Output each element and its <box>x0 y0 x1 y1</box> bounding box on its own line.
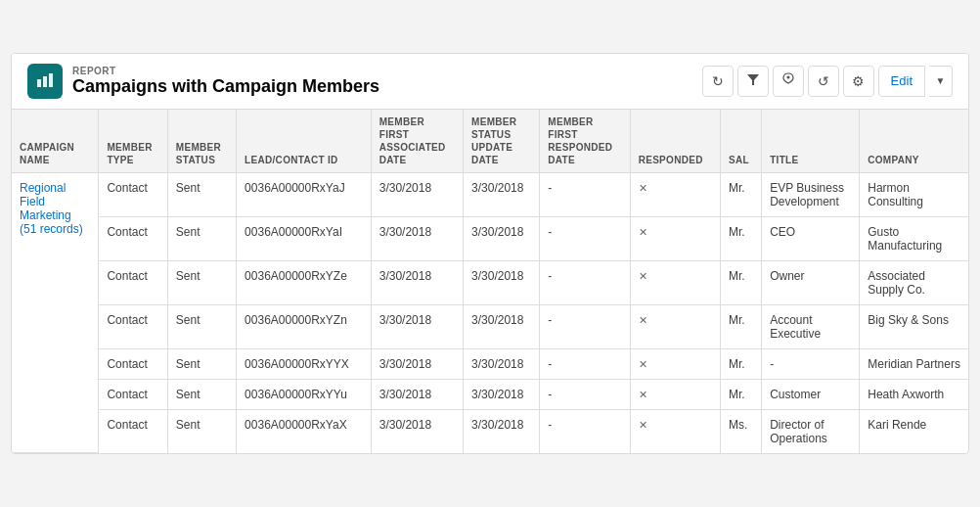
svg-point-4 <box>786 76 789 79</box>
member-status-cell: Sent <box>167 348 236 379</box>
sal-cell: Mr. <box>721 216 762 260</box>
x-icon: ✕ <box>639 270 647 282</box>
member-status-cell: Sent <box>167 172 236 216</box>
lead-contact-cell: 0036A00000RxYYu <box>237 379 372 409</box>
x-icon: ✕ <box>639 314 647 326</box>
company-cell: Harmon Consulting <box>860 172 968 216</box>
col-header-title: TITLE <box>762 110 860 173</box>
responded-cell: ✕ <box>630 216 720 260</box>
member-type-cell: Contact <box>99 348 167 379</box>
col-header-member-status: MEMBER STATUS <box>167 110 236 173</box>
first-resp-cell: - <box>540 172 630 216</box>
responded-cell: ✕ <box>630 172 720 216</box>
first-assoc-cell: 3/30/2018 <box>371 379 463 409</box>
first-resp-cell: - <box>540 260 630 304</box>
edit-caret-button[interactable]: ▼ <box>929 66 953 97</box>
table-row: Regional Field Marketing (51 records)Con… <box>12 172 968 216</box>
svg-marker-3 <box>747 74 759 85</box>
title-cell: CEO <box>762 216 860 260</box>
company-cell: Heath Axworth <box>860 379 968 409</box>
member-type-cell: Contact <box>99 379 167 409</box>
app-icon <box>27 64 63 99</box>
sal-cell: Mr. <box>721 172 762 216</box>
x-icon: ✕ <box>639 389 647 400</box>
lead-contact-cell: 0036A00000RxYYX <box>237 348 372 379</box>
x-icon: ✕ <box>639 419 647 431</box>
company-cell: Kari Rende <box>860 409 968 453</box>
col-header-responded: RESPONDED <box>630 110 720 173</box>
responded-cell: ✕ <box>630 260 720 304</box>
responded-cell: ✕ <box>630 348 720 379</box>
x-icon: ✕ <box>639 182 647 194</box>
title-cell: - <box>762 348 860 379</box>
first-assoc-cell: 3/30/2018 <box>371 260 463 304</box>
first-assoc-cell: 3/30/2018 <box>371 409 463 453</box>
first-resp-cell: - <box>540 348 630 379</box>
reload-button[interactable]: ↺ <box>808 66 839 97</box>
lead-contact-cell: 0036A00000RxYZn <box>237 304 372 348</box>
refresh-icon: ↻ <box>712 73 724 89</box>
status-update-cell: 3/30/2018 <box>464 172 540 216</box>
member-status-cell: Sent <box>167 409 236 453</box>
x-icon: ✕ <box>639 226 647 238</box>
sal-cell: Mr. <box>721 379 762 409</box>
sal-cell: Mr. <box>721 260 762 304</box>
first-resp-cell: - <box>540 304 630 348</box>
member-type-cell: Contact <box>99 304 167 348</box>
title-cell: Owner <box>762 260 860 304</box>
company-cell: Big Sky & Sons <box>860 304 968 348</box>
col-header-lead-contact: LEAD/CONTACT ID <box>237 110 372 173</box>
settings-icon: ⚙ <box>852 73 865 89</box>
first-assoc-cell: 3/30/2018 <box>371 216 463 260</box>
sal-cell: Mr. <box>721 348 762 379</box>
title-cell: EVP Business Development <box>762 172 860 216</box>
title-cell: Account Executive <box>762 304 860 348</box>
lead-contact-cell: 0036A00000RxYaX <box>237 409 372 453</box>
filter-button[interactable] <box>737 66 769 97</box>
table-row: ContactSent0036A00000RxYaI3/30/20183/30/… <box>12 216 968 260</box>
first-resp-cell: - <box>540 409 630 453</box>
col-header-member-type: MEMBER TYPE <box>99 110 167 173</box>
member-type-cell: Contact <box>99 409 167 453</box>
col-header-status-update: MEMBER STATUS UPDATE DATE <box>464 110 540 173</box>
company-cell: Meridian Partners <box>860 348 968 379</box>
member-type-cell: Contact <box>99 216 167 260</box>
member-status-cell: Sent <box>167 216 236 260</box>
settings-button[interactable]: ⚙ <box>843 66 874 97</box>
reload-icon: ↺ <box>818 73 829 89</box>
col-header-campaign: CAMPAIGN NAME <box>12 110 99 173</box>
first-resp-cell: - <box>540 216 630 260</box>
company-cell: Associated Supply Co. <box>860 260 968 304</box>
status-update-cell: 3/30/2018 <box>464 348 540 379</box>
table-row: ContactSent0036A00000RxYZe3/30/20183/30/… <box>12 260 968 304</box>
header-left: REPORT Campaigns with Campaign Members <box>27 64 379 99</box>
refresh-button[interactable]: ↻ <box>702 66 734 97</box>
share-icon <box>781 72 795 89</box>
first-assoc-cell: 3/30/2018 <box>371 172 463 216</box>
svg-rect-0 <box>37 79 41 87</box>
report-label: REPORT <box>72 66 379 76</box>
svg-rect-1 <box>43 76 47 87</box>
responded-cell: ✕ <box>630 379 720 409</box>
edit-button[interactable]: Edit <box>878 66 925 97</box>
main-container: REPORT Campaigns with Campaign Members ↻… <box>11 53 969 455</box>
table-row: ContactSent0036A00000RxYYX3/30/20183/30/… <box>12 348 968 379</box>
sal-cell: Ms. <box>721 409 762 453</box>
svg-rect-2 <box>49 73 53 87</box>
share-button[interactable] <box>773 66 804 97</box>
col-header-first-resp: MEMBER FIRST RESPONDED DATE <box>540 110 630 173</box>
sal-cell: Mr. <box>721 304 762 348</box>
title-cell: Director of Operations <box>762 409 860 453</box>
company-cell: Gusto Manufacturing <box>860 216 968 260</box>
header-toolbar: ↻ ↺ ⚙ Edit ▼ <box>702 66 953 97</box>
report-header: REPORT Campaigns with Campaign Members ↻… <box>12 54 968 110</box>
x-icon: ✕ <box>639 358 647 370</box>
member-status-cell: Sent <box>167 260 236 304</box>
header-title-block: REPORT Campaigns with Campaign Members <box>72 66 379 97</box>
first-assoc-cell: 3/30/2018 <box>371 348 463 379</box>
lead-contact-cell: 0036A00000RxYaI <box>237 216 372 260</box>
status-update-cell: 3/30/2018 <box>464 379 540 409</box>
campaign-name-cell[interactable]: Regional Field Marketing (51 records) <box>12 172 99 453</box>
status-update-cell: 3/30/2018 <box>464 216 540 260</box>
first-assoc-cell: 3/30/2018 <box>371 304 463 348</box>
